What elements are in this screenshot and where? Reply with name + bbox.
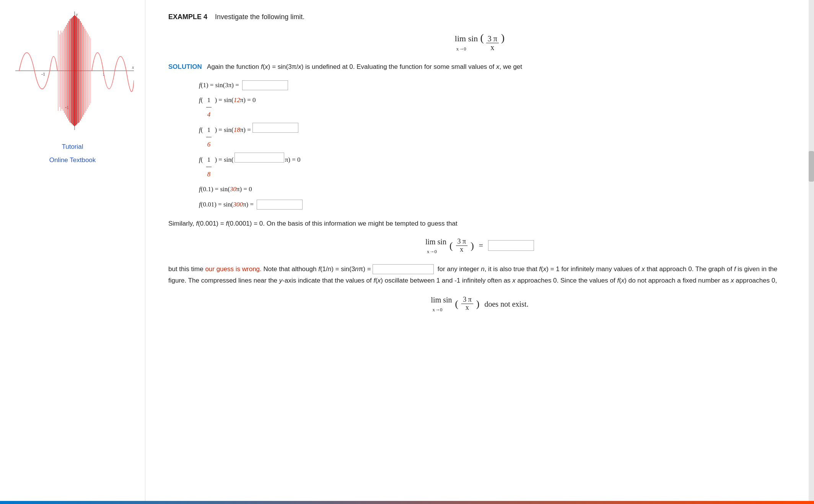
svg-text:x: x (132, 65, 134, 70)
sidebar-links: Tutorial Online Textbook (49, 141, 96, 165)
example-label: EXAMPLE 4 (168, 13, 207, 21)
textbook-link[interactable]: Online Textbook (49, 155, 96, 165)
equations-block: f(1) = sin(3π) = f( 1 4 ) = sin(12π) = 0… (199, 78, 791, 212)
second-limit-formula: lim sin x→0 ( 3 π x ) = (168, 236, 791, 256)
main-limit-formula: lim sin x→0 ( 3 π x ) (168, 29, 791, 53)
eq-row-1: f(1) = sin(3π) = (199, 78, 791, 92)
svg-text:-1: -1 (41, 72, 45, 77)
example-intro: Investigate the following limit. (215, 13, 304, 21)
tutorial-link[interactable]: Tutorial (62, 141, 83, 152)
bottom-bar (0, 501, 814, 504)
eq-row-3: f( 1 6 ) = sin(18π) = (199, 123, 791, 152)
blank-f001[interactable] (257, 200, 303, 210)
blank-f8-pi[interactable] (234, 153, 284, 163)
eq-row-2: f( 1 4 ) = sin(12π) = 0 (199, 93, 791, 122)
main-content: EXAMPLE 4 Investigate the following limi… (145, 0, 814, 504)
eq-row-4: f( 1 8 ) = sin( π) = 0 (199, 153, 791, 182)
blank-limit-guess[interactable] (488, 240, 534, 251)
scrollbar-track (809, 0, 814, 504)
similarly-text: Similarly, f(0.001) = f(0.0001) = 0. On … (168, 218, 791, 229)
red-4: 4 (207, 107, 211, 122)
wrong-phrase: our guess is wrong. (205, 265, 261, 273)
eq-row-5: f(0.1) = sin(30π) = 0 (199, 182, 791, 196)
eq-row-6: f(0.01) = sin(300π) = (199, 197, 791, 211)
sidebar: x y -1 1 -1 (0, 0, 145, 504)
example-title: EXAMPLE 4 Investigate the following limi… (168, 11, 791, 23)
wrong-guess-text: but this time our guess is wrong. Note t… (168, 263, 791, 286)
graph-figure: x y -1 1 -1 (11, 8, 134, 130)
blank-f1[interactable] (242, 80, 288, 90)
final-limit-formula: lim sin x→0 ( 3 π x ) does not exist. (168, 294, 791, 314)
solution-label: SOLUTION (168, 63, 202, 70)
scrollbar-thumb[interactable] (809, 151, 814, 182)
red-6: 6 (207, 137, 211, 151)
blank-wrong[interactable] (373, 264, 434, 274)
solution-paragraph: SOLUTION Again the function f(x) = sin(3… (168, 62, 791, 73)
blank-f6[interactable] (252, 123, 298, 133)
red-8: 8 (207, 167, 211, 181)
